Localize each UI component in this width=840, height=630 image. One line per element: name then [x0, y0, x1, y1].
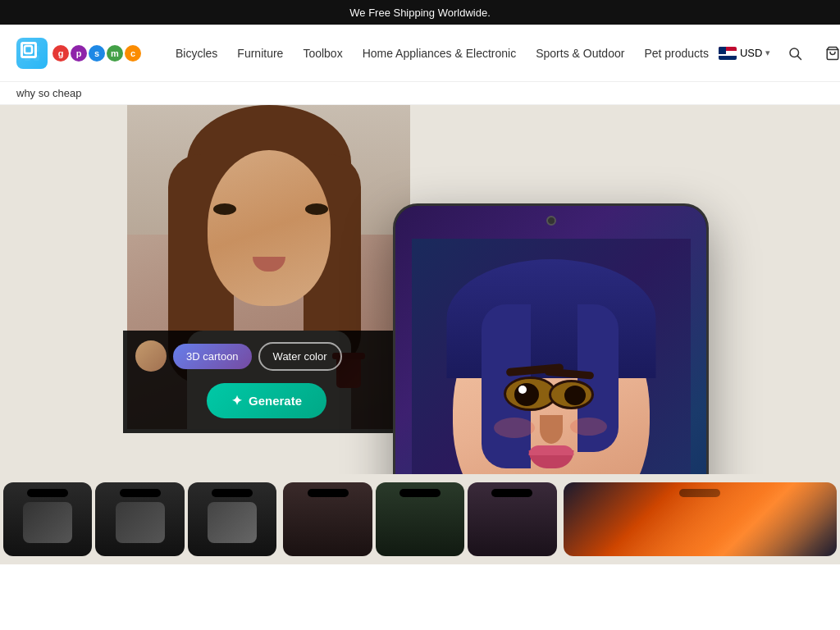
phone-card-6	[468, 482, 556, 556]
currency-label: USD	[740, 47, 762, 59]
generate-label: Generate	[249, 394, 302, 408]
nav-sports[interactable]: Sports & Outdoor	[526, 40, 634, 66]
logo-icon	[16, 38, 48, 69]
logo-text: g p s m c	[52, 45, 141, 62]
phone-screen	[395, 206, 706, 474]
currency-chevron-icon: ▾	[765, 48, 770, 58]
style-water-color-button[interactable]: Water color	[258, 342, 342, 371]
announcement-banner: We Free Shipping Worldwide.	[0, 0, 840, 25]
generate-button[interactable]: ✦ Generate	[207, 383, 326, 418]
style-selector-panel: 3D cartoon Water color ✦ Generate	[123, 331, 410, 433]
nav-furniture[interactable]: Furniture	[227, 40, 293, 66]
svg-line-5	[798, 56, 801, 59]
phone-card-3	[188, 482, 276, 556]
style-thumbnail	[135, 340, 167, 372]
phone-card-4	[283, 482, 372, 556]
svg-rect-2	[25, 55, 30, 61]
generate-icon: ✦	[231, 393, 242, 409]
phone-card-5	[376, 482, 464, 556]
header-actions: USD ▾	[719, 40, 840, 66]
style-3d-cartoon-button[interactable]: 3D cartoon	[173, 344, 252, 369]
nav-toolbox[interactable]: Toolbox	[293, 40, 352, 66]
phone-device	[393, 203, 709, 474]
svg-rect-0	[25, 46, 32, 53]
phone-card-2	[95, 482, 184, 556]
phone-camera	[546, 216, 556, 226]
logo[interactable]: g p s m c	[16, 38, 141, 69]
cart-button[interactable]	[819, 40, 840, 66]
phone-card-1	[3, 482, 92, 556]
nav-pet[interactable]: Pet products	[634, 40, 719, 66]
main-nav: Bicycles Furniture Toolbox Home Applianc…	[166, 40, 719, 66]
svg-rect-1	[34, 46, 39, 52]
hero-content: 3D cartoon Water color ✦ Generate	[0, 105, 840, 474]
banner-text: We Free Shipping Worldwide.	[349, 7, 491, 19]
svg-rect-3	[34, 55, 39, 61]
hero-section: 3D cartoon Water color ✦ Generate	[0, 105, 840, 474]
why-so-cheap-link[interactable]: why so cheap	[16, 87, 82, 99]
currency-selector[interactable]: USD ▾	[719, 47, 770, 60]
style-options: 3D cartoon Water color	[135, 340, 398, 372]
search-button[interactable]	[782, 40, 808, 66]
nav-bicycles[interactable]: Bicycles	[166, 40, 227, 66]
site-header: g p s m c Bicycles Furniture Toolbox Hom…	[0, 25, 840, 82]
nav-appliances[interactable]: Home Appliances & Electronic	[353, 40, 527, 66]
flag-icon	[719, 47, 737, 60]
phone-card-colored	[564, 482, 837, 556]
secondary-nav: why so cheap	[0, 82, 840, 105]
phones-showcase	[0, 474, 840, 564]
